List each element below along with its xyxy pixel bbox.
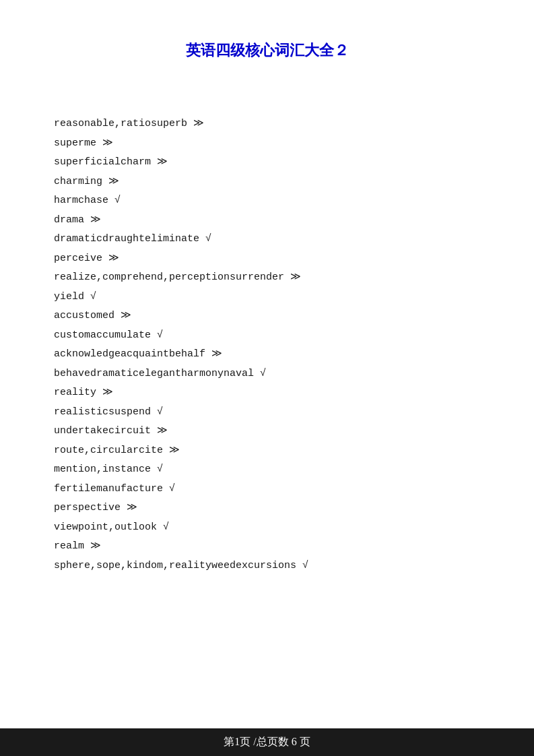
list-item: mention,instance √ [54, 460, 480, 480]
list-item: undertakecircuit ≫ [54, 422, 480, 441]
list-item: drama ≫ [54, 211, 480, 230]
list-item: dramaticdraughteliminate √ [54, 230, 480, 249]
list-item: perspective ≫ [54, 499, 480, 518]
list-item: charming ≫ [54, 172, 480, 192]
list-item: superme ≫ [54, 134, 480, 154]
footer-text: 第1页 /总页数 6 页 [224, 736, 310, 747]
list-item: customaccumulate √ [54, 326, 480, 346]
list-item: perceive ≫ [54, 249, 480, 269]
list-item: reality ≫ [54, 383, 480, 403]
list-item: harmchase √ [54, 191, 480, 211]
list-item: sphere,sope,kindom,realityweedexcursions… [54, 557, 480, 576]
list-item: realm ≫ [54, 537, 480, 557]
list-item: yield √ [54, 288, 480, 307]
page-container: 英语四级核心词汇大全２ reasonable,ratiosuperb ≫supe… [0, 0, 534, 756]
list-item: reasonable,ratiosuperb ≫ [54, 115, 480, 134]
list-item: acknowledgeacquaintbehalf ≫ [54, 345, 480, 365]
list-item: behavedramaticelegantharmonynaval √ [54, 365, 480, 384]
footer-bar: 第1页 /总页数 6 页 [0, 728, 534, 756]
list-item: superficialcharm ≫ [54, 153, 480, 172]
list-item: accustomed ≫ [54, 307, 480, 326]
list-item: realize,comprehend,perceptionsurrender ≫ [54, 268, 480, 288]
list-item: route,circularcite ≫ [54, 441, 480, 461]
page-title: 英语四级核心词汇大全２ [54, 40, 480, 61]
list-item: realisticsuspend √ [54, 403, 480, 422]
list-item: viewpoint,outlook √ [54, 518, 480, 538]
content-list: reasonable,ratiosuperb ≫superme ≫superfi… [54, 115, 480, 575]
list-item: fertilemanufacture √ [54, 480, 480, 499]
